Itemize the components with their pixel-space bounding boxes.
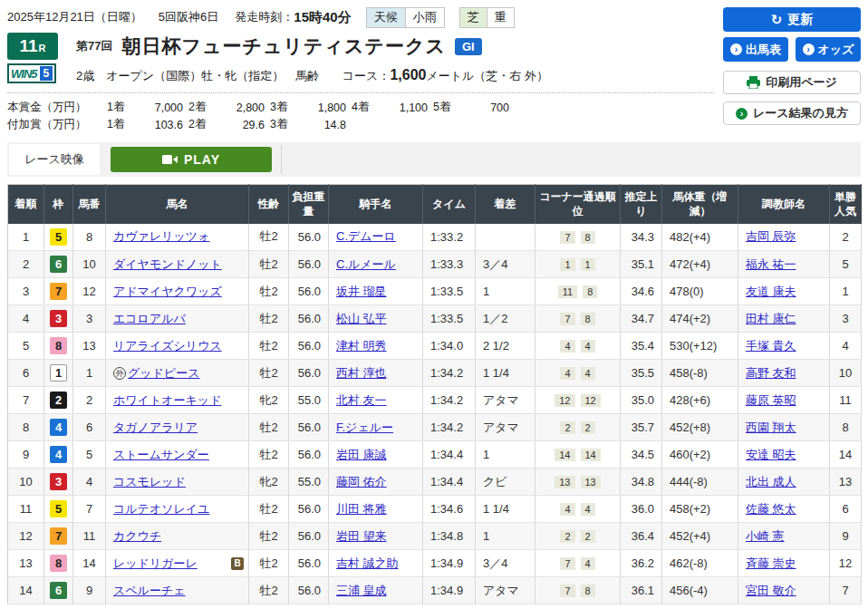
win-popularity: 8 [830,414,862,441]
race-video-tab[interactable]: レース映像 [9,144,100,175]
bracket-badge: 4 [50,446,67,463]
finish-position: 10 [8,469,44,496]
jockey-cell: C.デムーロ [329,224,423,251]
print-page-button[interactable]: 印刷用ページ [723,71,861,94]
weather-value: 小雨 [405,8,444,27]
corner-order: 78 [535,224,621,251]
trainer-link[interactable]: 佐藤 悠太 [746,502,796,516]
jockey-link[interactable]: C.ルメール [336,257,396,271]
win-popularity: 2 [830,224,862,251]
trainer-link[interactable]: 福永 祐一 [746,257,796,271]
table-row: 11 5 7 コルテオソレイユ 牡2 56.0 川田 将雅 1:34.6 1 1… [8,496,862,523]
table-row: 1 5 8 カヴァレリッツォ 牡2 56.0 C.デムーロ 1:33.2 78 … [8,224,862,251]
corner-position: 1 [560,258,574,271]
win5-badge: 5 [40,66,53,81]
horse-name-link[interactable]: レッドリガーレ [113,556,198,570]
horse-name-cell: コスモレッド [106,469,249,496]
sex-age: 牡2 [249,278,289,305]
trainer-link[interactable]: 安達 昭夫 [746,448,796,461]
jockey-link[interactable]: 吉村 誠之助 [336,556,399,570]
finish-position: 11 [8,496,44,523]
horse-name-cell: レッドリガーレB [106,550,249,577]
corner-position: 4 [560,503,574,516]
col-sex-age: 性齢 [249,185,289,224]
horse-name-link[interactable]: ストームサンダー [113,448,209,461]
trainer-link[interactable]: 斉藤 崇史 [746,556,796,570]
jockey-link[interactable]: F.ジェルー [336,420,393,434]
jockey-link[interactable]: C.デムーロ [336,229,396,243]
weather-badge: 天候 小雨 [366,7,445,28]
trainer-cell: 田村 康仁 [738,305,830,333]
jockey-link[interactable]: 津村 明秀 [336,339,387,353]
jockey-link[interactable]: 岩田 望来 [336,529,387,543]
jockey-link[interactable]: 松山 弘平 [336,312,387,325]
start-time-value: 15時40分 [294,9,351,26]
horse-weight: 462(-8) [662,550,738,577]
odds-button[interactable]: › オッズ [796,37,861,62]
horse-name-link[interactable]: ダイヤモンドノット [113,257,222,271]
horse-name-link[interactable]: コスモレッド [113,475,186,488]
entries-button[interactable]: › 出馬表 [723,37,788,62]
time: 1:34.6 [423,496,476,523]
horse-name-link[interactable]: エコロアルバ [113,312,186,325]
jockey-cell: 津村 明秀 [329,333,423,360]
trainer-link[interactable]: 小崎 憲 [746,529,785,543]
howto-read-button[interactable]: › レース結果の見方 [723,102,861,125]
sex-age: 牡2 [249,224,289,251]
horse-name-link[interactable]: カヴァレリッツォ [113,229,209,243]
grade-badge: GI [455,38,482,55]
trainer-link[interactable]: 西園 翔太 [746,420,796,434]
jockey-link[interactable]: 北村 友一 [336,393,387,407]
trainer-link[interactable]: 藤原 英昭 [746,393,796,407]
horse-name-link[interactable]: アドマイヤクワッズ [113,285,222,298]
trainer-link[interactable]: 吉岡 辰弥 [746,229,796,243]
jockey-cell: 吉村 誠之助 [329,550,423,577]
table-row: 14 6 9 スペルーチェ 牡2 56.0 三浦 皇成 1:34.9 アタマ 7… [8,577,862,604]
time: 1:34.9 [423,577,476,604]
horse-name-link[interactable]: ホワイトオーキッド [113,393,221,407]
corner-position: 2 [560,530,574,543]
jockey-link[interactable]: 岩田 康誠 [336,448,387,461]
trainer-link[interactable]: 田村 康仁 [746,312,796,325]
time: 1:34.4 [423,441,476,469]
last-3f: 35.0 [621,387,662,414]
horse-name-link[interactable]: タガノアラリア [113,420,198,434]
bracket-badge: 8 [50,555,67,572]
horse-name-cell: アドマイヤクワッズ [106,278,249,305]
jockey-link[interactable]: 川田 将雅 [336,502,387,516]
trainer-link[interactable]: 手塚 貴久 [746,339,796,353]
jockey-link[interactable]: 藤岡 佑介 [336,475,387,488]
trainer-link[interactable]: 高野 友和 [746,366,796,380]
jockey-cell: 岩田 康誠 [329,441,423,469]
jockey-link[interactable]: 三浦 皇成 [336,584,387,597]
bracket-cell: 4 [44,441,73,469]
refresh-button[interactable]: ↻ 更新 [723,7,861,32]
trainer-link[interactable]: 宮田 敬介 [746,584,796,597]
sex-age: 牡2 [249,496,289,523]
time: 1:34.4 [423,469,476,496]
corner-order: 118 [535,278,621,305]
horse-name-link[interactable]: コルテオソレイユ [113,502,209,516]
prize-amount: 103.6 [136,116,183,133]
play-video-button[interactable]: PLAY [111,147,272,172]
trainer-link[interactable]: 北出 成人 [746,475,796,488]
trainer-cell: 藤原 英昭 [738,387,830,414]
prize-amount: 7,000 [136,99,183,116]
race-title-block: 第77回 朝日杯フューチュリティステークス GI 2歳 オープン（国際）牡・牝（… [76,33,548,84]
corner-position: 14 [555,449,574,461]
bracket-badge: 8 [50,337,67,354]
horse-name-link[interactable]: リアライズシリウス [113,339,222,353]
last-3f: 36.4 [621,523,662,550]
time: 1:34.0 [423,333,476,360]
horse-name-link[interactable]: カクウチ [113,529,161,543]
race-conditions: 2歳 オープン（国際）牡・牝（指定） 馬齢 コース：1,600メートル（芝・右 … [76,67,548,84]
trainer-link[interactable]: 友道 康夫 [746,285,796,298]
corner-order: 44 [535,360,621,387]
margin: 3／4 [476,550,535,577]
jockey-link[interactable]: 坂井 瑠星 [336,285,387,298]
jockey-link[interactable]: 西村 淳也 [336,366,387,380]
horse-name-link[interactable]: グッドピース [128,366,200,380]
horse-name-link[interactable]: スペルーチェ [113,584,186,597]
arrow-icon: › [730,44,742,55]
bracket-badge: 5 [50,500,67,517]
